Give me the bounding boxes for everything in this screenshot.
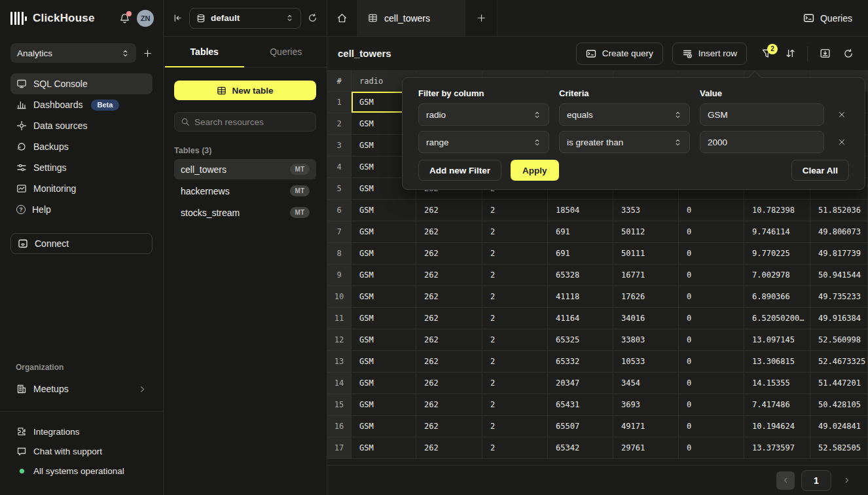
- table-cell[interactable]: 2: [482, 221, 548, 243]
- table-cell[interactable]: 50111: [613, 243, 679, 265]
- table-cell[interactable]: 9.746114: [744, 221, 810, 243]
- table-cell[interactable]: 0: [679, 265, 744, 286]
- workspace-select[interactable]: Analytics: [10, 43, 136, 63]
- table-cell[interactable]: 65431: [548, 394, 613, 416]
- table-cell[interactable]: 262: [416, 437, 482, 459]
- table-cell[interactable]: 0: [679, 329, 744, 351]
- tab-tables[interactable]: Tables: [164, 37, 245, 67]
- table-cell[interactable]: GSM: [352, 265, 416, 286]
- table-cell[interactable]: 20347: [548, 373, 613, 394]
- table-cell[interactable]: 2: [482, 243, 548, 265]
- add-new-filter-button[interactable]: Add new Filter: [418, 160, 501, 181]
- table-cell[interactable]: 6.890366: [744, 286, 810, 308]
- sidebar-item-sql-console[interactable]: SQL Console: [10, 73, 153, 94]
- table-cell[interactable]: 34016: [613, 308, 679, 329]
- home-button[interactable]: [327, 0, 357, 36]
- table-cell[interactable]: 262: [416, 221, 482, 243]
- table-cell[interactable]: 0: [679, 286, 744, 308]
- table-cell[interactable]: GSM: [352, 373, 416, 394]
- clear-all-button[interactable]: Clear All: [791, 160, 849, 181]
- table-cell[interactable]: 0: [679, 394, 744, 416]
- sidebar-item-data-sources[interactable]: Data sources: [10, 115, 153, 136]
- table-cell[interactable]: 2: [482, 394, 548, 416]
- table-cell[interactable]: GSM: [352, 437, 416, 459]
- table-cell[interactable]: GSM: [352, 286, 416, 308]
- table-list-item-stocks_stream[interactable]: stocks_streamMT: [174, 202, 316, 223]
- table-cell[interactable]: 41118: [548, 286, 613, 308]
- table-cell[interactable]: 18504: [548, 200, 613, 221]
- refresh-table-button[interactable]: [837, 43, 860, 65]
- table-cell[interactable]: 262: [416, 351, 482, 373]
- apply-button[interactable]: Apply: [511, 160, 559, 181]
- sidebar-item-backups[interactable]: Backups: [10, 136, 153, 157]
- table-cell[interactable]: 49.806073: [810, 221, 868, 243]
- row-number-header[interactable]: #: [327, 71, 352, 92]
- table-cell[interactable]: 49.916384: [810, 308, 868, 329]
- table-cell[interactable]: 2: [482, 416, 548, 437]
- table-cell[interactable]: 10.194624: [744, 416, 810, 437]
- table-cell[interactable]: 52.582505: [810, 437, 868, 459]
- table-cell[interactable]: 0: [679, 200, 744, 221]
- filter-criteria-select[interactable]: equals: [559, 103, 690, 126]
- table-cell[interactable]: 2: [482, 265, 548, 286]
- filter-column-select[interactable]: radio: [418, 103, 549, 126]
- table-cell[interactable]: 65328: [548, 265, 613, 286]
- remove-filter-button[interactable]: [835, 135, 849, 149]
- table-cell[interactable]: 2: [482, 351, 548, 373]
- add-workspace-button[interactable]: [143, 48, 153, 58]
- notifications-bell-icon[interactable]: [119, 13, 130, 24]
- table-list-item-hackernews[interactable]: hackernewsMT: [174, 181, 316, 201]
- sort-button[interactable]: [778, 43, 802, 65]
- table-cell[interactable]: 50.941544: [810, 265, 868, 286]
- table-cell[interactable]: 691: [548, 221, 613, 243]
- table-cell[interactable]: 262: [416, 200, 482, 221]
- tab-queries[interactable]: Queries: [245, 37, 327, 67]
- table-cell[interactable]: GSM: [352, 394, 416, 416]
- table-cell[interactable]: 13.097145: [744, 329, 810, 351]
- table-cell[interactable]: 52.560998: [810, 329, 868, 351]
- table-list-item-cell_towers[interactable]: cell_towersMT: [174, 159, 316, 179]
- footer-item-all-systems-operational[interactable]: All systems operational: [10, 461, 153, 481]
- table-cell[interactable]: 262: [416, 394, 482, 416]
- sidebar-item-meetups[interactable]: Meetups: [10, 378, 153, 399]
- new-table-button[interactable]: New table: [174, 81, 316, 100]
- table-cell[interactable]: GSM: [352, 329, 416, 351]
- sidebar-item-dashboards[interactable]: DashboardsBeta: [10, 94, 153, 115]
- table-cell[interactable]: 14.15355: [744, 373, 810, 394]
- insert-row-button[interactable]: Insert row: [672, 43, 747, 65]
- connect-button[interactable]: Connect: [10, 233, 153, 254]
- table-cell[interactable]: 65332: [548, 351, 613, 373]
- table-cell[interactable]: GSM: [352, 351, 416, 373]
- table-cell[interactable]: 7.417486: [744, 394, 810, 416]
- new-tab-button[interactable]: [466, 0, 497, 36]
- table-cell[interactable]: 10.782398: [744, 200, 810, 221]
- table-cell[interactable]: 41164: [548, 308, 613, 329]
- filter-criteria-select[interactable]: is greater than: [559, 131, 690, 153]
- table-cell[interactable]: 2: [482, 437, 548, 459]
- table-cell[interactable]: 16771: [613, 265, 679, 286]
- table-cell[interactable]: 29761: [613, 437, 679, 459]
- table-cell[interactable]: 0: [679, 243, 744, 265]
- table-cell[interactable]: 262: [416, 373, 482, 394]
- table-cell[interactable]: 3353: [613, 200, 679, 221]
- table-cell[interactable]: 0: [679, 221, 744, 243]
- queries-button[interactable]: Queries: [803, 12, 852, 24]
- prev-page-button[interactable]: [776, 471, 795, 490]
- table-cell[interactable]: 262: [416, 416, 482, 437]
- download-button[interactable]: [813, 43, 837, 65]
- table-cell[interactable]: 51.852036: [810, 200, 868, 221]
- table-cell[interactable]: 17626: [613, 286, 679, 308]
- footer-item-chat-with-support[interactable]: Chat with support: [10, 441, 153, 461]
- next-page-button[interactable]: [838, 471, 855, 490]
- table-cell[interactable]: 7.002978: [744, 265, 810, 286]
- page-number-input[interactable]: [801, 470, 831, 491]
- table-cell[interactable]: 50112: [613, 221, 679, 243]
- table-cell[interactable]: 262: [416, 329, 482, 351]
- table-cell[interactable]: GSM: [352, 200, 416, 221]
- remove-filter-button[interactable]: [835, 107, 849, 122]
- table-cell[interactable]: 65342: [548, 437, 613, 459]
- avatar[interactable]: ZN: [137, 10, 154, 27]
- table-cell[interactable]: GSM: [352, 243, 416, 265]
- table-cell[interactable]: 33803: [613, 329, 679, 351]
- table-cell[interactable]: 2: [482, 200, 548, 221]
